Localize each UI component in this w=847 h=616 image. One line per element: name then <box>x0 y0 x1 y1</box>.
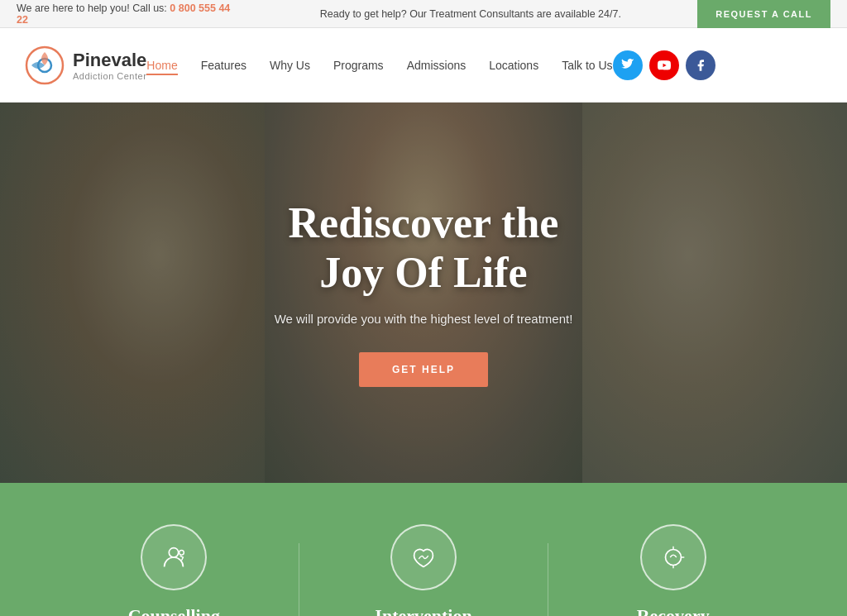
social-icons <box>613 50 715 80</box>
svg-point-2 <box>179 550 184 555</box>
logo-subtitle: Addiction Center <box>73 71 146 81</box>
tagline: Ready to get help? Our Treatment Consult… <box>243 8 697 20</box>
nav-admissions[interactable]: Admissions <box>407 59 467 72</box>
nav-programs[interactable]: Programs <box>333 59 384 72</box>
top-bar: We are here to help you! Call us: 0 800 … <box>0 0 847 28</box>
recovery-icon-circle <box>640 524 706 590</box>
hero-section: Rediscover the Joy Of Life We will provi… <box>0 103 847 483</box>
nav-home[interactable]: Home <box>146 59 177 75</box>
facebook-icon <box>694 59 707 72</box>
logo[interactable]: Pinevale Addiction Center <box>25 45 146 85</box>
intervention-title: Intervention <box>375 605 471 616</box>
counselling-icon <box>158 542 189 573</box>
services-section: Counselling We'll guide you through the … <box>0 483 847 616</box>
help-text: We are here to help you! Call us: 0 800 … <box>17 2 243 26</box>
nav-talk-to-us[interactable]: Talk to Us <box>562 59 612 72</box>
nav-why-us[interactable]: Why Us <box>270 59 310 72</box>
hero-content: Rediscover the Joy Of Life We will provi… <box>242 198 606 388</box>
service-intervention: Intervention Our son's innovative progra… <box>299 524 548 616</box>
nav-features[interactable]: Features <box>201 59 246 72</box>
logo-text: Pinevale Addiction Center <box>73 50 146 81</box>
hero-title-line2: Joy Of Life <box>319 249 527 296</box>
hero-title-line1: Rediscover the <box>289 199 559 246</box>
counselling-icon-circle <box>141 524 207 590</box>
facebook-button[interactable] <box>686 50 715 80</box>
svg-point-3 <box>665 550 681 566</box>
hero-subtitle: We will provide you with the highest lev… <box>275 312 573 326</box>
logo-name: Pinevale <box>73 50 146 71</box>
nav-locations[interactable]: Locations <box>489 59 538 72</box>
request-call-button[interactable]: REQUEST A CALL <box>697 0 830 28</box>
twitter-icon <box>621 59 634 72</box>
service-counselling: Counselling We'll guide you through the … <box>50 524 299 616</box>
youtube-button[interactable] <box>649 50 679 80</box>
request-call-area: REQUEST A CALL <box>697 0 830 28</box>
recovery-icon <box>658 542 689 573</box>
help-label: We are here to help you! Call us: <box>17 2 167 14</box>
hero-title: Rediscover the Joy Of Life <box>275 198 573 298</box>
header: Pinevale Addiction Center Home Features … <box>0 28 847 103</box>
counselling-title: Counselling <box>128 605 220 616</box>
youtube-icon <box>658 59 671 72</box>
logo-icon <box>25 45 65 85</box>
main-nav: Home Features Why Us Programs Admissions… <box>146 59 612 72</box>
service-recovery: Recovery We provide an environment uniqu… <box>548 524 797 616</box>
get-help-button[interactable]: GET HELP <box>359 352 488 387</box>
intervention-icon-circle <box>390 524 457 590</box>
twitter-button[interactable] <box>613 50 643 80</box>
intervention-icon <box>408 542 439 573</box>
recovery-title: Recovery <box>637 605 710 616</box>
